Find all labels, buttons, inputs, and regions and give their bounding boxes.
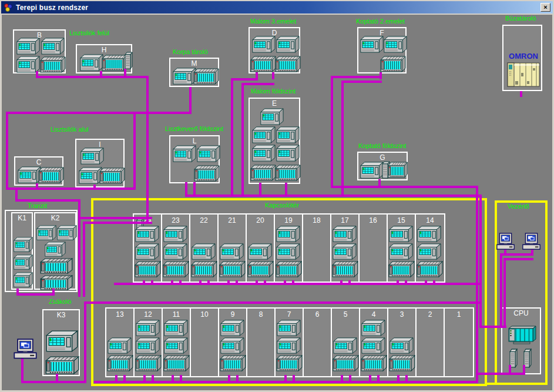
cabinet-cell-6[interactable]: 6 — [304, 309, 332, 376]
bus-wire — [143, 280, 145, 285]
plc-icon — [18, 166, 41, 183]
bus-wire — [231, 78, 258, 81]
station-box-B[interactable]: B — [13, 29, 66, 73]
io-rack-icon — [333, 355, 359, 371]
app-window: BHMDFCILEGK1K2K3CPU242322212019181716151… — [0, 0, 554, 392]
bus-wire — [241, 83, 244, 197]
station-box-CPU[interactable]: CPU — [501, 307, 541, 374]
diagram-canvas: BHMDFCILEGK1K2K3CPU242322212019181716151… — [0, 0, 554, 392]
plc-icon — [192, 243, 216, 260]
area-label: Tranzit — [28, 202, 47, 209]
cabinet-cell-17[interactable]: 17 — [331, 215, 360, 282]
cell-number: 5 — [332, 310, 359, 319]
plc-icon — [79, 167, 102, 184]
cabinet-cell-7[interactable]: 7 — [276, 309, 304, 376]
bus-wire — [331, 76, 382, 78]
station-box-F[interactable]: F — [357, 27, 407, 73]
bus-wire — [115, 375, 117, 382]
cabinet-cell-19[interactable]: 19 — [275, 215, 303, 282]
station-box-C[interactable]: C — [14, 156, 63, 186]
cabinet-cell-24[interactable]: 24 — [134, 215, 162, 282]
bus-wire — [180, 375, 182, 382]
cpu-rack-icon — [508, 325, 537, 344]
bus-wire — [236, 375, 239, 382]
plc-icon — [45, 242, 66, 257]
cabinet-cell-13[interactable]: 13 — [106, 309, 135, 376]
cell-number: 10 — [191, 310, 218, 319]
station-label: CPU — [502, 309, 540, 317]
cabinet-cell-9[interactable]: 9 — [219, 309, 247, 376]
cabinet-cell-5[interactable]: 5 — [332, 309, 360, 376]
cabinet-cell-12[interactable]: 12 — [135, 309, 163, 376]
cabinet-cell-10[interactable]: 10 — [191, 309, 219, 376]
plc-icon — [276, 36, 300, 53]
title-bar-gradient: Terepi busz rendszer × — [1, 1, 553, 14]
bus-wire — [433, 280, 435, 285]
bus-wire — [331, 186, 478, 188]
window-edge-left — [0, 13, 2, 392]
plc-icon — [220, 337, 244, 354]
cell-number: 9 — [219, 310, 246, 319]
plc-icon — [14, 237, 33, 252]
station-box-D[interactable]: D — [249, 27, 300, 73]
cell-number: 16 — [360, 216, 387, 225]
plc-icon — [108, 337, 132, 354]
io-rack-icon — [193, 68, 219, 85]
io-rack-icon — [220, 355, 246, 371]
plc-icon — [36, 225, 56, 240]
station-box-E[interactable]: E — [249, 98, 300, 184]
bus-wire — [479, 326, 506, 328]
cabinet-cell-23[interactable]: 23 — [162, 215, 190, 282]
station-box-buzatarolo[interactable] — [502, 25, 542, 91]
cabinet-cell-15[interactable]: 15 — [388, 215, 416, 282]
area-label: Malom 3.emelet — [250, 18, 296, 25]
bus-wire — [83, 222, 152, 224]
cell-number: 2 — [417, 310, 444, 319]
window-title: Terepi busz rendszer — [16, 4, 88, 12]
plc-icon — [16, 38, 40, 55]
station-box-L[interactable]: L — [169, 135, 220, 183]
bus-wire — [500, 253, 502, 326]
cell-number: 15 — [388, 216, 415, 225]
bus-wire — [405, 280, 407, 285]
io-rack-icon — [388, 261, 415, 277]
cabinet-cell-21[interactable]: 21 — [219, 215, 247, 282]
cabinet-cell-22[interactable]: 22 — [190, 215, 219, 282]
cabinet-cell-20[interactable]: 20 — [247, 215, 275, 282]
cabinet-cell-16[interactable]: 16 — [360, 215, 388, 282]
io-rack-icon — [135, 355, 162, 371]
bus-wire — [15, 199, 80, 202]
station-box-K2[interactable]: K2 — [34, 212, 76, 290]
plc-icon — [197, 145, 220, 162]
io-rack-icon — [389, 355, 415, 371]
cabinet-cell-3[interactable]: 3 — [388, 309, 417, 376]
close-button[interactable]: × — [540, 3, 550, 12]
bus-wire — [143, 375, 146, 382]
station-box-M[interactable]: M — [169, 58, 219, 87]
cabinet-cell-8[interactable]: 8 — [247, 309, 276, 376]
cabinet-cell-4[interactable]: 4 — [360, 309, 388, 376]
cabinet-cell-18[interactable]: 18 — [303, 215, 331, 282]
plc-icon — [360, 36, 384, 53]
bus-wire — [15, 187, 18, 200]
plc-icon — [252, 36, 276, 53]
bus-wire — [236, 280, 238, 285]
cabinet-cell-2[interactable]: 2 — [417, 309, 445, 376]
io-rack-icon — [276, 261, 302, 277]
station-box-G[interactable]: G — [357, 152, 408, 180]
station-box-I[interactable]: I — [75, 139, 125, 187]
bus-wire — [377, 375, 380, 382]
cabinet-cell-11[interactable]: 11 — [163, 309, 191, 376]
station-box-K1[interactable]: K1 — [11, 212, 33, 290]
plc-icon — [417, 243, 441, 260]
station-label: M — [170, 59, 218, 68]
plc-icon — [57, 225, 77, 240]
cell-number: 17 — [331, 216, 358, 225]
area-label: Korpa tároló — [173, 48, 208, 55]
cabinet-cell-1[interactable]: 1 — [445, 309, 473, 376]
station-box-K3[interactable]: K3 — [42, 309, 80, 376]
io-rack-icon — [163, 261, 189, 277]
plc-icon — [333, 243, 357, 260]
title-bar: Terepi busz rendszer × — [0, 0, 554, 15]
cabinet-cell-14[interactable]: 14 — [416, 215, 444, 282]
